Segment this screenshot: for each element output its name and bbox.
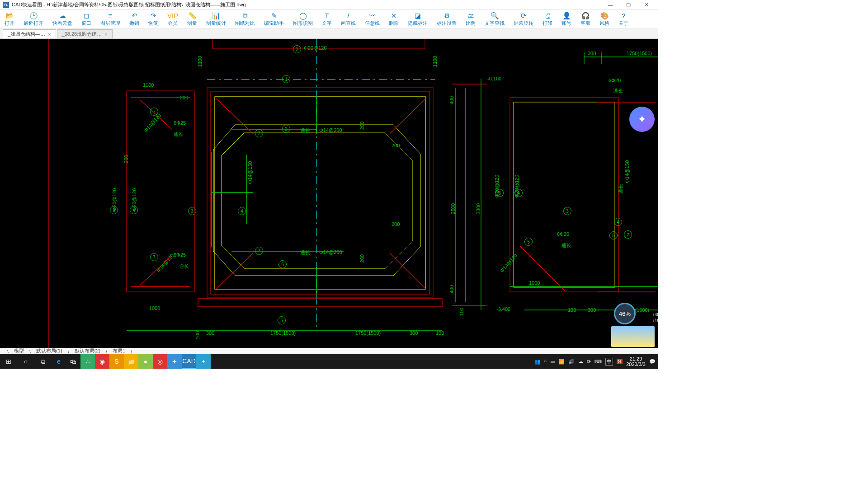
toolbar-icon-12: ◯ — [299, 12, 307, 19]
toolbar-风格[interactable]: 🎨风格 — [595, 10, 614, 28]
people-icon[interactable]: 👥 — [534, 359, 541, 365]
toolbar-账号[interactable]: 👤账号 — [557, 10, 576, 28]
toolbar-打开[interactable]: 📂打开 — [0, 10, 19, 28]
layout-tab[interactable]: 模型 — [11, 347, 27, 354]
wifi-icon[interactable]: 📶 — [558, 359, 565, 365]
explorer-icon[interactable]: 📁 — [124, 354, 138, 369]
cortana-icon[interactable]: ○ — [17, 354, 34, 369]
rebar-6d25a: 6Φ25 — [174, 120, 186, 126]
app-orange-icon[interactable]: S — [109, 354, 124, 369]
weather-widget[interactable] — [611, 326, 655, 347]
toolbar-恢复[interactable]: ↷恢复 — [144, 10, 163, 28]
toolbar-标注设置[interactable]: ⚙标注设置 — [432, 10, 461, 28]
onedrive-icon[interactable]: ☁ — [578, 359, 583, 365]
toolbar-打印[interactable]: 🖨打印 — [538, 10, 557, 28]
dim-1750br: 1750(1500) — [355, 330, 381, 336]
tl-d: 通长 — [300, 249, 310, 256]
callout-4rr: 4 — [614, 218, 622, 226]
close-button[interactable]: ✕ — [637, 0, 656, 10]
assistant-logo[interactable]: ✦ — [629, 107, 655, 132]
toolbar-图层管理[interactable]: ≡图层管理 — [96, 10, 125, 28]
toolbar-icon-20: 🔍 — [491, 12, 499, 19]
callout-4b: 4 — [238, 207, 246, 215]
layout-tab[interactable]: 默认布局(2) — [72, 347, 103, 354]
cad-app-icon[interactable]: CAD — [182, 354, 196, 369]
ime-icon[interactable]: 中 — [605, 358, 613, 366]
dim-200e: 200 — [359, 254, 365, 263]
store-icon[interactable]: 🛍 — [66, 354, 80, 369]
close-tab-icon[interactable]: × — [48, 32, 51, 37]
app-red2-icon[interactable]: ◎ — [153, 354, 167, 369]
toolbar-编辑助手[interactable]: ✎编辑助手 — [259, 10, 288, 28]
sync-icon[interactable]: ⟳ — [587, 359, 591, 365]
toolbar-画直线[interactable]: /画直线 — [336, 10, 360, 28]
maximize-button[interactable]: ▢ — [619, 0, 637, 10]
toolbar-文字[interactable]: T文字 — [317, 10, 336, 28]
toolbar-隐藏标注[interactable]: ◪隐藏标注 — [403, 10, 432, 28]
toolbar-icon-19: ⚖ — [468, 12, 474, 19]
file-tab[interactable]: _浅圆仓结构—…× — [3, 29, 56, 38]
perf-gauge[interactable]: 46% — [614, 303, 636, 324]
battery-icon[interactable]: ▭ — [550, 359, 555, 365]
tl-r2: 通长 — [561, 242, 571, 249]
clock[interactable]: 21:292020/3/3 — [626, 356, 646, 367]
toolbar-删除[interactable]: ✕删除 — [384, 10, 403, 28]
toolbar-测量[interactable]: 📏测量 — [183, 10, 202, 28]
tl-b: 通长 — [300, 127, 310, 134]
toolbar-icon-2: ☁ — [59, 12, 66, 19]
toolbar-快看云盘[interactable]: ☁快看云盘 — [48, 10, 77, 28]
toolbar-撤销[interactable]: ↶撤销 — [125, 10, 144, 28]
keyboard-icon[interactable]: ⌨ — [594, 359, 602, 365]
net-speed: ↑ 404K/s↓ 10.5K/s — [652, 312, 655, 324]
toolbar-关于[interactable]: ?关于 — [614, 10, 633, 28]
toolbar-会员[interactable]: VIP会员 — [163, 10, 183, 28]
toolbar-任意线[interactable]: 〰任意线 — [360, 10, 384, 28]
toolbar-屏幕旋转[interactable]: ⟳屏幕旋转 — [509, 10, 538, 28]
close-tab-icon[interactable]: × — [104, 32, 107, 37]
layout-tab[interactable]: 布局1 — [110, 347, 128, 354]
notifications-icon[interactable]: 💬 — [649, 359, 656, 365]
toolbar-icon-6: ↷ — [151, 12, 156, 19]
taskview-icon[interactable]: ⧉ — [34, 354, 52, 369]
toolbar-icon-4: ≡ — [108, 12, 113, 19]
tl-r1: 通长 — [613, 88, 623, 94]
app-plus-icon[interactable]: + — [196, 354, 211, 369]
dim-top: Φ20@120 — [304, 45, 327, 51]
toolbar-图纸对比[interactable]: ⧉图纸对比 — [231, 10, 259, 28]
tray-up-icon[interactable]: ^ — [544, 359, 547, 364]
svg-line-21 — [216, 253, 253, 289]
toolbar-icon-8: 📏 — [188, 12, 197, 19]
drawing-canvas[interactable]: 2 1 7 2 7 3 4 3 4 7 7 6 5 3 4 5 3 4 2 5 … — [0, 39, 658, 352]
svg-rect-28 — [510, 98, 618, 292]
toolbar-图形识别[interactable]: ◯图形识别 — [288, 10, 317, 28]
rebar-14-200b: Φ14@200 — [319, 249, 342, 255]
edge-icon[interactable]: e — [52, 354, 66, 369]
taskbar[interactable]: ⊞ ○ ⧉ e 🛍 ∴ ◉ S 📁 ● ◎ ✦ CAD + 👥 ^ ▭ 📶 🔊 … — [0, 354, 658, 369]
sogou-icon[interactable]: S — [617, 359, 623, 364]
app-trip-icon[interactable]: ∴ — [80, 354, 95, 369]
toolbar-icon-26: ? — [622, 12, 625, 19]
callout-7b: 7 — [255, 129, 263, 137]
toolbar-icon-17: ◪ — [415, 12, 421, 19]
toolbar-测量统计[interactable]: 📊测量统计 — [202, 10, 231, 28]
toolbar-最近打开[interactable]: 🕒最近打开 — [19, 10, 48, 28]
file-tab[interactable]: _08.28浅圆仓建…× — [57, 29, 113, 38]
app-green-icon[interactable]: ● — [138, 354, 153, 369]
toolbar-客服[interactable]: 🎧客服 — [576, 10, 595, 28]
toolbar-icon-21: ⟳ — [521, 12, 527, 19]
dim-300rr: 300 — [588, 307, 596, 313]
toolbar-icon-9: 📊 — [212, 12, 221, 19]
dim-1000rr: 1000 — [529, 280, 540, 286]
toolbar-文字查找[interactable]: 🔍文字查找 — [480, 10, 509, 28]
rebar-14-200a: Φ14@200 — [319, 127, 342, 133]
volume-icon[interactable]: 🔊 — [568, 359, 575, 365]
layout-tab[interactable]: 默认布局(1) — [33, 347, 65, 354]
toolbar-比例[interactable]: ⚖比例 — [461, 10, 480, 28]
app-music-icon[interactable]: ◉ — [95, 354, 109, 369]
toolbar-窗口[interactable]: ◻窗口 — [77, 10, 96, 28]
start-button[interactable]: ⊞ — [0, 354, 17, 369]
callout-7d: 7 — [150, 253, 158, 261]
app-bird-icon[interactable]: ✦ — [167, 354, 182, 369]
callout-3b: 3 — [188, 207, 196, 215]
minimize-button[interactable]: — — [601, 0, 619, 10]
